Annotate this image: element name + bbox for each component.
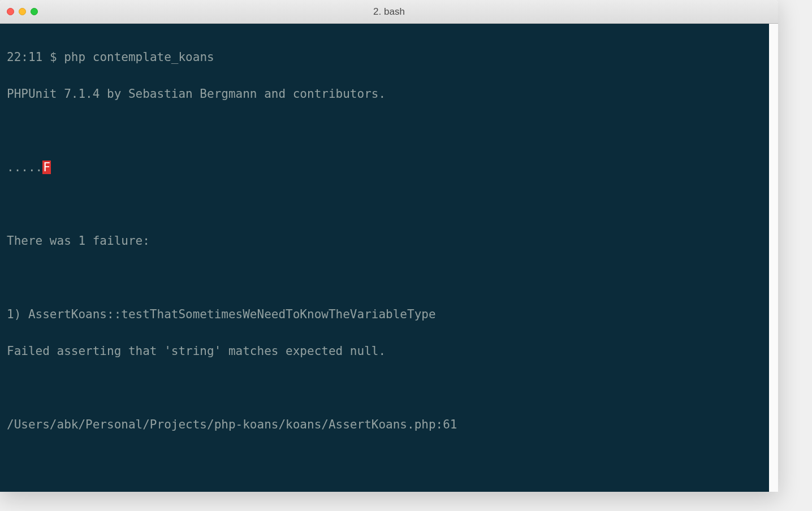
prompt-time: 22:11 <box>7 50 42 64</box>
window-titlebar[interactable]: 2. bash <box>0 0 778 24</box>
blank-line <box>7 269 771 287</box>
highlighted-progress-line-1: You are making progress but have more to… <box>7 490 771 492</box>
blank-line <box>7 122 771 140</box>
blank-line <box>7 195 771 214</box>
blank-line <box>7 379 771 397</box>
terminal-window: 2. bash 22:11 $ php contemplate_koans PH… <box>0 0 778 492</box>
minimize-button[interactable] <box>19 8 26 15</box>
prompt-line: 22:11 $ php contemplate_koans <box>7 48 771 67</box>
scrollbar[interactable] <box>769 24 778 492</box>
maximize-button[interactable] <box>31 8 38 15</box>
blank-line <box>7 453 771 471</box>
failure-file-location: /Users/abk/Personal/Projects/php-koans/k… <box>7 415 771 434</box>
traffic-lights <box>7 8 38 15</box>
failure-test-name: 1) AssertKoans::testThatSometimesWeNeedT… <box>7 305 771 324</box>
close-button[interactable] <box>7 8 14 15</box>
progress-line: .....F <box>7 158 771 177</box>
progress-fail-marker: F <box>42 161 51 174</box>
prompt-symbol: $ <box>50 50 57 64</box>
failure-header: There was 1 failure: <box>7 232 771 250</box>
phpunit-version-line: PHPUnit 7.1.4 by Sebastian Bergmann and … <box>7 85 771 103</box>
prompt-command: php contemplate_koans <box>64 50 214 64</box>
window-title: 2. bash <box>0 6 778 18</box>
progress-dots: ..... <box>7 161 42 174</box>
terminal-content[interactable]: 22:11 $ php contemplate_koans PHPUnit 7.… <box>0 24 778 492</box>
failure-assertion-message: Failed asserting that 'string' matches e… <box>7 342 771 361</box>
